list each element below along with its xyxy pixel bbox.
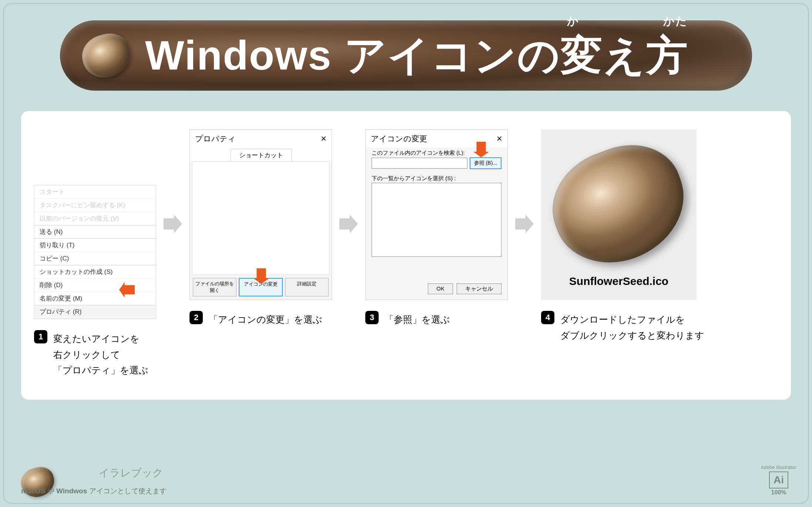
pointer-arrow-icon (473, 142, 489, 157)
cancel-button[interactable]: キャンセル (457, 283, 501, 294)
sub-rest: アイコンとして使えます (87, 487, 166, 495)
step-number: 2 (189, 311, 203, 324)
ai-badge: Adobe Illustrator Ai 100% (761, 465, 796, 496)
ctx-item-delete[interactable]: 削除 (D) (34, 279, 156, 292)
open-location-button[interactable]: ファイルの場所を開く (193, 278, 236, 296)
list-label: 下の一覧からアイコンを選択 (S) : (366, 173, 507, 183)
context-menu: スタート タスクバーにピン留めする (K) 以前のバージョンの復元 (V) 送る… (34, 185, 156, 319)
dialog-titlebar: プロパティ × (190, 130, 332, 147)
svg-marker-1 (164, 215, 182, 233)
ctx-item-properties[interactable]: プロパティ (R) (34, 305, 156, 319)
pointer-arrow-icon (119, 282, 135, 298)
ico-file-preview: SunflowerSeed.ico (541, 130, 697, 300)
step-number: 3 (365, 311, 379, 324)
ruby-kata: かた (663, 14, 688, 29)
dialog-title: アイコンの変更 (371, 134, 427, 144)
ctx-item-faded: タスクバーにピン留めする (K) (34, 199, 156, 212)
flow-arrow-icon (515, 215, 534, 233)
ctx-item-cut[interactable]: 切り取り (T) (34, 239, 156, 252)
change-icon-dialog: アイコンの変更 × このファイル内のアイコンを検索 (L): 参照 (B)...… (365, 130, 508, 300)
ai-badge-pct: 100% (761, 489, 796, 496)
ruby-ka: か (567, 14, 579, 29)
ok-button[interactable]: OK (428, 283, 453, 294)
ai-badge-top: Adobe Illustrator (761, 465, 796, 470)
illustrator-icon: Ai (769, 471, 788, 488)
steps-panel: スタート タスクバーにピン留めする (K) 以前のバージョンの復元 (V) 送る… (21, 111, 791, 400)
step-number: 1 (34, 330, 47, 343)
step-text: 「アイコンの変更」を選ぶ (209, 312, 322, 328)
svg-marker-3 (339, 215, 358, 233)
step-text: 「参照」を選ぶ (385, 312, 450, 328)
seed-icon (537, 130, 701, 279)
close-icon[interactable]: × (497, 133, 502, 144)
sub-mid: や (45, 487, 56, 495)
browse-button[interactable]: 参照 (B)... (470, 157, 501, 169)
title-banner: Windows アイコンの変え方 か かた (60, 20, 752, 91)
dialog-body (192, 161, 329, 275)
svg-marker-2 (254, 268, 269, 284)
dialog-title: プロパティ (195, 134, 236, 144)
step-2: プロパティ × ショートカット ファイルの場所を開く アイコンの変更 詳細設定 … (189, 130, 332, 328)
title-main: Windows アイコンの変え方 (145, 32, 688, 78)
page-title: Windows アイコンの変え方 か かた (145, 28, 688, 84)
sub-windows: Windwos (56, 487, 87, 495)
sub-macos: macOS (21, 487, 45, 495)
ctx-item-send[interactable]: 送る (N) (34, 225, 156, 239)
svg-marker-0 (119, 282, 135, 298)
step-number: 4 (541, 311, 554, 324)
brand-label: イラレブック (99, 466, 163, 480)
ico-filename: SunflowerSeed.ico (569, 275, 668, 288)
flow-arrow-icon (164, 215, 182, 233)
properties-dialog: プロパティ × ショートカット ファイルの場所を開く アイコンの変更 詳細設定 (189, 130, 332, 300)
ctx-item-faded: 以前のバージョンの復元 (V) (34, 212, 156, 225)
advanced-button[interactable]: 詳細設定 (285, 278, 329, 296)
step-1: スタート タスクバーにピン留めする (K) 以前のバージョンの復元 (V) 送る… (34, 185, 156, 378)
flow-arrow-icon (339, 215, 358, 233)
tab-shortcut[interactable]: ショートカット (231, 149, 292, 161)
step-text: ダウンロードしたファイルを ダブルクリックすると変わります (560, 312, 704, 343)
footer-subtext: macOS や Windwos アイコンとして使えます (21, 486, 167, 496)
icon-list[interactable] (372, 183, 501, 257)
ctx-item-copy[interactable]: コピー (C) (34, 252, 156, 265)
step-text: 変えたいアイコンを 右クリックして 「プロパティ」を選ぶ (53, 331, 148, 378)
step-4: SunflowerSeed.ico 4 ダウンロードしたファイルを ダブルクリッ… (541, 130, 704, 343)
ctx-item-shortcut[interactable]: ショットカットの作成 (S) (34, 265, 156, 279)
svg-marker-4 (473, 142, 489, 157)
ctx-item-rename[interactable]: 名前の変更 (M) (34, 292, 156, 305)
tab-bar: ショートカット (190, 147, 332, 161)
icon-path-input[interactable] (372, 158, 467, 169)
svg-marker-5 (515, 215, 534, 233)
close-icon[interactable]: × (321, 133, 326, 144)
ctx-item-faded: スタート (34, 185, 156, 199)
seed-icon (77, 29, 135, 83)
step-3: アイコンの変更 × このファイル内のアイコンを検索 (L): 参照 (B)...… (365, 130, 508, 328)
pointer-arrow-icon (254, 268, 269, 284)
